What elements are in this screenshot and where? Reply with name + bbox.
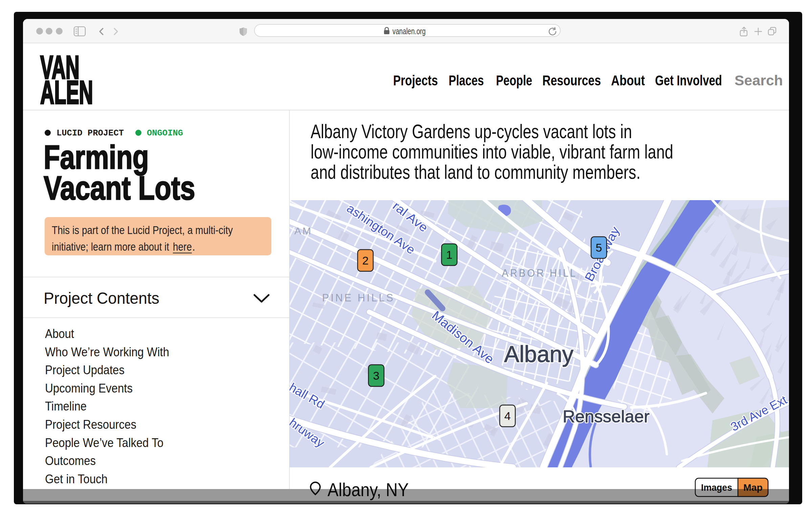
svg-text:1: 1 [446, 248, 453, 261]
svg-text:Project Updates: Project Updates [45, 363, 125, 377]
svg-text:Albany: Albany [504, 341, 573, 367]
svg-text:3: 3 [373, 369, 380, 382]
svg-text:Get in Touch: Get in Touch [45, 472, 108, 486]
svg-text:LUCID PROJECT: LUCID PROJECT [57, 128, 124, 138]
svg-text:ONGOING: ONGOING [147, 128, 183, 138]
svg-text:About: About [611, 72, 645, 88]
svg-text:This is part of the Lucid Proj: This is part of the Lucid Project, a mul… [52, 224, 233, 236]
svg-text:PINE HILLS: PINE HILLS [322, 292, 395, 304]
svg-text:Outcomes: Outcomes [45, 454, 96, 468]
svg-text:4: 4 [504, 409, 511, 422]
svg-text:2: 2 [362, 254, 369, 267]
svg-text:Vacant Lots: Vacant Lots [44, 169, 195, 207]
svg-text:AM: AM [294, 225, 312, 236]
svg-text:Albany Victory Gardens up-cycl: Albany Victory Gardens up-cycles vacant … [311, 121, 632, 142]
svg-text:People: People [496, 72, 532, 88]
svg-text:Who We’re Working With: Who We’re Working With [45, 345, 169, 359]
svg-text:Get Involved: Get Involved [655, 72, 722, 88]
svg-text:ARBOR HILL: ARBOR HILL [502, 267, 577, 279]
svg-text:Project Contents: Project Contents [44, 289, 159, 307]
svg-text:Rensselaer: Rensselaer [563, 407, 650, 426]
svg-text:here: here [173, 240, 192, 253]
svg-text:Project Resources: Project Resources [45, 418, 136, 431]
svg-text:vanalen.org: vanalen.org [392, 26, 426, 36]
svg-text:and distributes that land to c: and distributes that land to community m… [311, 161, 640, 183]
svg-text:Projects: Projects [393, 72, 438, 88]
svg-text:Timeline: Timeline [45, 399, 87, 413]
svg-text:Upcoming Events: Upcoming Events [45, 381, 133, 395]
svg-text:low-income communities into vi: low-income communities into viable, vibr… [311, 141, 673, 163]
svg-text:.: . [192, 240, 195, 253]
svg-text:People We’ve Talked To: People We’ve Talked To [45, 436, 163, 450]
svg-text:ALEN: ALEN [40, 74, 93, 111]
svg-text:Places: Places [449, 72, 484, 88]
svg-text:initiative; learn more about i: initiative; learn more about it [52, 240, 169, 253]
svg-text:About: About [45, 327, 74, 341]
svg-text:5: 5 [596, 241, 602, 254]
svg-text:Resources: Resources [542, 72, 601, 88]
svg-text:Search: Search [735, 72, 783, 88]
